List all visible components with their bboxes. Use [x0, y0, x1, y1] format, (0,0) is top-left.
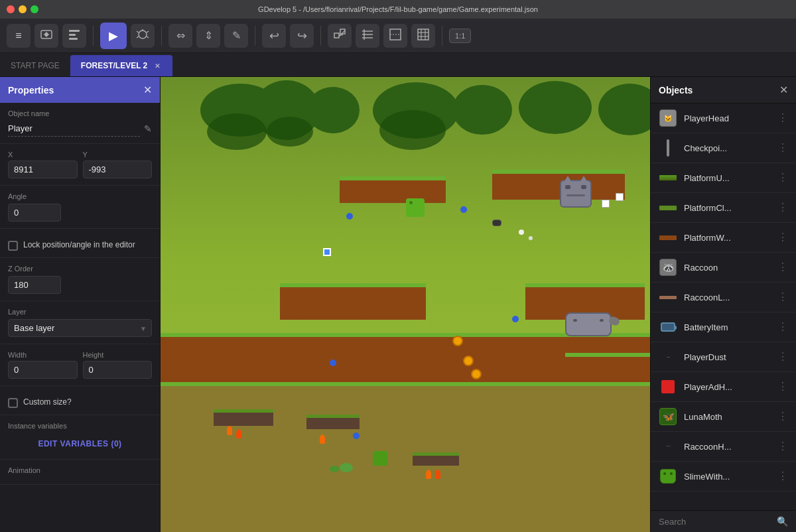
- raccoon-h-icon: ····: [659, 437, 677, 456]
- height-input[interactable]: [83, 361, 153, 379]
- bee: [492, 220, 501, 226]
- list-item[interactable]: RaccoonL... ⋮: [651, 283, 796, 312]
- tab-start-page[interactable]: START PAGE: [0, 55, 70, 76]
- edit-name-icon[interactable]: ✎: [144, 123, 152, 134]
- platform-step-1: [565, 353, 650, 373]
- zorder-input[interactable]: [8, 276, 61, 294]
- butterfly-3: [330, 466, 339, 472]
- svg-line-8: [147, 36, 149, 38]
- list-item[interactable]: BatteryItem ⋮: [651, 312, 796, 342]
- height-field: Height: [83, 351, 153, 379]
- tree-3: [306, 87, 360, 133]
- list-item[interactable]: PlatformU... ⋮: [651, 163, 796, 193]
- tab-forest-level[interactable]: FOREST/LEVEL 2 ✕: [70, 55, 172, 76]
- svg-rect-3: [69, 38, 78, 40]
- redo-button[interactable]: ↪: [290, 24, 314, 48]
- list-item[interactable]: 🦋 LunaMoth ⋮: [651, 402, 796, 432]
- maximize-window-button[interactable]: [31, 5, 38, 13]
- lock-checkbox[interactable]: [8, 241, 18, 251]
- battery-more-icon[interactable]: ⋮: [777, 322, 788, 332]
- raccoon-l-name: RaccoonL...: [684, 293, 771, 302]
- game-canvas[interactable]: [161, 77, 650, 532]
- list-item[interactable]: 🐱 PlayerHead ⋮: [651, 103, 796, 133]
- edit-button[interactable]: ✎: [224, 24, 248, 48]
- battery-icon: [659, 318, 677, 336]
- list-item[interactable]: PlayerAdH... ⋮: [651, 372, 796, 402]
- list-item[interactable]: ···· RaccoonH... ⋮: [651, 432, 796, 462]
- instance-vars-section: Instance variables EDIT VARIABLES (0): [0, 415, 160, 460]
- slime-with-more-icon[interactable]: ⋮: [777, 471, 788, 482]
- blue-orb-4: [330, 360, 336, 366]
- list-item[interactable]: SlimeWith... ⋮: [651, 462, 796, 492]
- tab-close-icon[interactable]: ✕: [153, 62, 162, 70]
- objects-close-button[interactable]: ✕: [779, 84, 788, 96]
- minimize-window-button[interactable]: [19, 5, 27, 13]
- edit-variables-button[interactable]: EDIT VARIABLES (0): [8, 435, 152, 452]
- white-box-1: [602, 200, 610, 208]
- platform-cl-more-icon[interactable]: ⋮: [777, 202, 788, 213]
- player-dust-more-icon[interactable]: ⋮: [777, 352, 788, 362]
- instance-vars-label: Instance variables: [8, 422, 152, 430]
- zorder-section: Z Order: [0, 258, 160, 301]
- tree-5: [452, 85, 512, 135]
- object-name-input[interactable]: [8, 121, 140, 137]
- search-input[interactable]: [659, 517, 771, 527]
- battery-name: BatteryItem: [684, 322, 771, 332]
- play-button[interactable]: ▶: [100, 23, 127, 49]
- y-label: Y: [83, 151, 153, 159]
- blue-orb-1: [460, 206, 467, 213]
- menu-button[interactable]: ≡: [7, 24, 31, 48]
- window-controls: [7, 5, 38, 13]
- platform-u-icon: [659, 168, 677, 187]
- player-ad-more-icon[interactable]: ⋮: [777, 381, 788, 392]
- green-slime-1: [406, 198, 425, 217]
- close-window-button[interactable]: [7, 5, 15, 13]
- grid-button[interactable]: [411, 24, 435, 48]
- flip-v-icon: ⇕: [204, 29, 213, 42]
- undo-button[interactable]: ↩: [262, 24, 286, 48]
- y-input[interactable]: [83, 161, 153, 178]
- list-item[interactable]: ··· PlayerDust ⋮: [651, 342, 796, 372]
- checkpoint-more-icon[interactable]: ⋮: [777, 143, 788, 153]
- angle-input[interactable]: [8, 204, 61, 222]
- grid-icon: [417, 28, 430, 44]
- platform-u-more-icon[interactable]: ⋮: [777, 172, 788, 183]
- width-input[interactable]: [8, 361, 78, 379]
- flip-h-button[interactable]: ⇔: [168, 24, 192, 48]
- raccoon-h-more-icon[interactable]: ⋮: [777, 441, 788, 452]
- flame-5: [435, 470, 440, 479]
- list-item[interactable]: PlatformCl... ⋮: [651, 193, 796, 223]
- debug-button[interactable]: [131, 24, 155, 48]
- raccoon-l-more-icon[interactable]: ⋮: [777, 292, 788, 302]
- list-item[interactable]: PlatformW... ⋮: [651, 223, 796, 253]
- player-head-name: PlayerHead: [684, 113, 771, 123]
- snap-button[interactable]: [383, 24, 407, 48]
- flip-h-icon: ⇔: [176, 29, 185, 42]
- slime-with-name: SlimeWith...: [684, 472, 771, 482]
- tabs-area: START PAGE FOREST/LEVEL 2 ✕: [0, 53, 796, 77]
- cat-eye-right: [581, 185, 586, 189]
- layers-button[interactable]: [356, 24, 379, 48]
- player-head-more-icon[interactable]: ⋮: [777, 113, 788, 123]
- custom-size-checkbox[interactable]: [8, 398, 18, 408]
- objects-header: Objects ✕: [651, 77, 796, 103]
- white-box-2: [616, 193, 624, 201]
- platform-w-more-icon[interactable]: ⋮: [777, 232, 788, 243]
- raccoon-h-name: RaccoonH...: [684, 442, 771, 452]
- player-dust-icon: ···: [659, 348, 677, 366]
- object-name-label: Object name: [8, 109, 152, 117]
- resize-button[interactable]: [328, 24, 352, 48]
- flip-v-button[interactable]: ⇕: [196, 24, 220, 48]
- properties-close-button[interactable]: ✕: [143, 84, 152, 96]
- x-input[interactable]: [8, 161, 78, 178]
- events-button[interactable]: [62, 24, 86, 48]
- zoom-label[interactable]: 1:1: [449, 29, 471, 43]
- layer-select[interactable]: Base layer: [8, 319, 152, 337]
- scene-button[interactable]: [34, 24, 58, 48]
- luna-moth-more-icon[interactable]: ⋮: [777, 411, 788, 422]
- platform-w-icon: [659, 228, 677, 247]
- list-item[interactable]: Checkpoi... ⋮: [651, 133, 796, 163]
- x-field: X: [8, 151, 78, 178]
- raccoon-more-icon[interactable]: ⋮: [777, 262, 788, 273]
- list-item[interactable]: 🦝 Raccoon ⋮: [651, 253, 796, 283]
